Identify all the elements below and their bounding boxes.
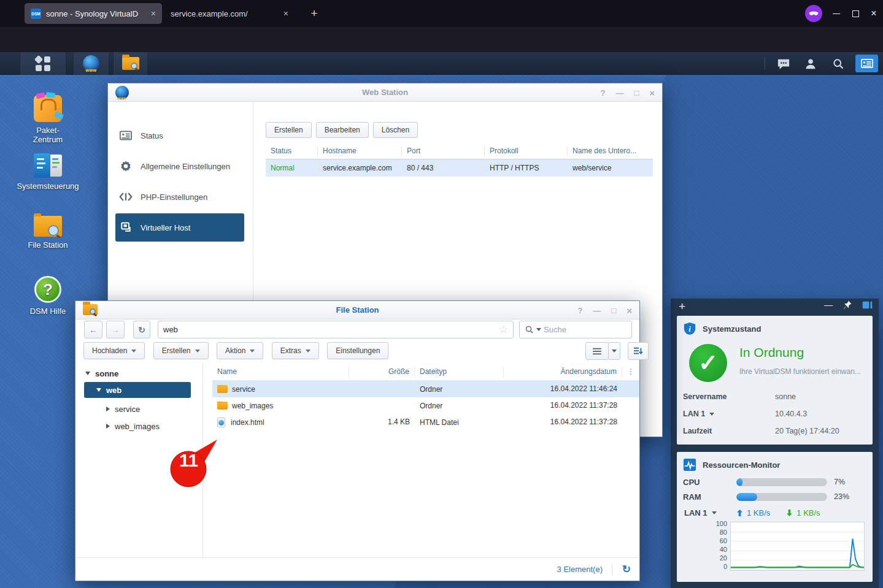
col-name[interactable]: Name des Untero... — [568, 146, 653, 156]
col-protokoll[interactable]: Protokoll — [485, 146, 568, 156]
sort-button[interactable] — [628, 342, 649, 360]
desktop-icon-dsm-hilfe[interactable]: ? DSM Hilfe — [12, 276, 83, 316]
tree-label: sonne — [95, 369, 118, 378]
taskbar-webstation-button[interactable]: www — [73, 52, 109, 75]
column-options-button[interactable]: ⋮ — [622, 367, 639, 377]
search-scope-caret-icon[interactable] — [536, 328, 541, 331]
add-widget-button[interactable]: + — [679, 300, 685, 313]
download-rate: 1 KB/s — [796, 508, 820, 517]
sidebar-item-virtueller-host[interactable]: Virtueller Host — [115, 213, 244, 242]
caret-down-icon[interactable] — [85, 372, 90, 375]
window-maximize-button[interactable] — [845, 0, 866, 27]
upload-arrow-icon — [736, 510, 743, 516]
caret-down-icon — [612, 349, 617, 353]
sidebar-item-allgemeine-einstellungen[interactable]: Allgemeine Einstellungen — [115, 156, 244, 177]
col-status[interactable]: Status — [266, 146, 318, 156]
resource-monitor-icon — [683, 458, 696, 472]
address-bar[interactable]: ☆ — [158, 321, 514, 338]
close-button[interactable]: × — [649, 88, 655, 98]
lan-dropdown[interactable]: LAN 1 — [684, 508, 736, 517]
tree-item-web[interactable]: web — [84, 382, 191, 398]
col-port[interactable]: Port — [402, 146, 485, 156]
settings-button[interactable]: Einstellungen — [327, 342, 388, 359]
edit-button[interactable]: Bearbeiten — [316, 122, 369, 138]
search-box[interactable] — [519, 321, 632, 338]
help-icon: ? — [34, 276, 61, 303]
minimize-button[interactable]: — — [615, 88, 623, 97]
widget-title: Ressourcen-Monitor — [703, 460, 780, 470]
create-button[interactable]: Erstellen — [266, 122, 312, 138]
sidebar-item-label: Virtueller Host — [141, 223, 190, 232]
user-menu-button[interactable] — [798, 52, 823, 75]
filestation-titlebar[interactable]: File Station ? — □ × — [75, 301, 639, 319]
col-size[interactable]: Größe — [349, 367, 415, 377]
help-button[interactable]: ? — [577, 306, 582, 315]
view-mode-button[interactable] — [585, 342, 609, 360]
back-button[interactable]: ← — [84, 321, 102, 338]
file-type: HTML Datei — [415, 418, 504, 427]
tab-dsm[interactable]: DSM sonne - Synology VirtualD × — [25, 3, 162, 24]
action-button[interactable]: Aktion — [217, 342, 263, 359]
webstation-titlebar[interactable]: www Web Station ? — □ × — [108, 83, 662, 102]
filestation-navrow: ← → ↻ ☆ — [75, 321, 639, 339]
maximize-button[interactable]: □ — [634, 88, 639, 97]
search-button[interactable] — [826, 52, 850, 75]
forward-button[interactable]: → — [106, 321, 125, 338]
file-list-header[interactable]: Name Größe Dateityp Änderungsdatum ⋮ — [212, 364, 639, 381]
search-input[interactable] — [544, 325, 605, 334]
desktop-icon-paket-zentrum[interactable]: Paket- Zentrum — [12, 95, 83, 144]
file-row-index-html[interactable]: index.html 1.4 KB HTML Datei 16.04.2022 … — [212, 414, 639, 430]
file-row-service[interactable]: service Ordner 16.04.2022 11:46:24 — [212, 381, 639, 397]
sidebar-item-status[interactable]: Status — [115, 125, 244, 146]
main-menu-button[interactable] — [20, 52, 66, 75]
view-mode-dropdown[interactable] — [608, 342, 620, 360]
desktop-icon-systemsteuerung[interactable]: Systemsteuerung — [12, 153, 83, 191]
upload-button[interactable]: Hochladen — [83, 342, 145, 359]
refresh-button[interactable]: ↻ — [133, 321, 150, 338]
chat-bubble-icon — [777, 58, 790, 70]
caret-right-icon[interactable] — [106, 407, 110, 411]
tab-service-example[interactable]: service.example.com/ × — [164, 3, 295, 24]
caret-down-icon[interactable] — [96, 388, 101, 392]
create-button[interactable]: Erstellen — [153, 342, 209, 359]
delete-button[interactable]: Löschen — [373, 122, 418, 138]
favorite-star-icon[interactable]: ☆ — [499, 323, 508, 336]
refresh-list-button[interactable]: ↻ — [622, 558, 631, 581]
col-hostname[interactable]: Hostname — [318, 146, 402, 156]
col-modified[interactable]: Änderungsdatum — [504, 367, 622, 377]
taskbar-filestation-button[interactable] — [113, 52, 148, 75]
widgets-toggle-button[interactable] — [855, 55, 878, 72]
tab-close-icon[interactable]: × — [283, 9, 288, 18]
col-type[interactable]: Dateityp — [415, 367, 504, 377]
lan-dropdown[interactable]: LAN 1 — [683, 410, 775, 418]
step-callout: 11 — [161, 436, 220, 492]
pin-icon[interactable] — [843, 300, 852, 310]
maximize-button[interactable]: □ — [611, 306, 616, 315]
notifications-button[interactable] — [771, 52, 796, 75]
tree-item-sonne[interactable]: sonne — [85, 366, 118, 381]
tab-close-icon[interactable]: × — [151, 9, 156, 18]
ram-percent: 23% — [834, 492, 849, 501]
window-close-button[interactable]: × — [863, 0, 883, 27]
table-header-row[interactable]: Status Hostname Port Protokoll Name des … — [266, 143, 653, 159]
extras-button[interactable]: Extras — [272, 342, 319, 359]
sidebar-item-php-einstellungen[interactable]: PHP-Einstellungen — [115, 186, 244, 207]
new-tab-button[interactable]: + — [306, 5, 323, 22]
window-minimize-button[interactable] — [826, 0, 847, 27]
help-button[interactable]: ? — [600, 88, 605, 97]
collapse-panel-button[interactable]: — — [824, 300, 833, 310]
folder-icon — [217, 402, 228, 410]
close-button[interactable]: × — [627, 305, 632, 316]
col-name[interactable]: Name — [212, 367, 349, 377]
file-row-web-images[interactable]: web_images Ordner 16.04.2022 11:37:28 — [212, 397, 639, 414]
tree-item-service[interactable]: service — [106, 402, 140, 416]
private-browsing-mask-icon — [805, 5, 822, 22]
caret-right-icon[interactable] — [106, 424, 110, 429]
tree-label: web — [106, 386, 121, 395]
dock-panel-icon[interactable] — [862, 300, 873, 310]
minimize-button[interactable]: — — [593, 306, 601, 315]
address-input[interactable] — [163, 325, 499, 334]
table-row[interactable]: Normal service.example.com 80 / 443 HTTP… — [266, 159, 653, 177]
tree-item-web-images[interactable]: web_images — [106, 419, 160, 433]
desktop-icon-file-station[interactable]: File Station — [12, 216, 83, 250]
